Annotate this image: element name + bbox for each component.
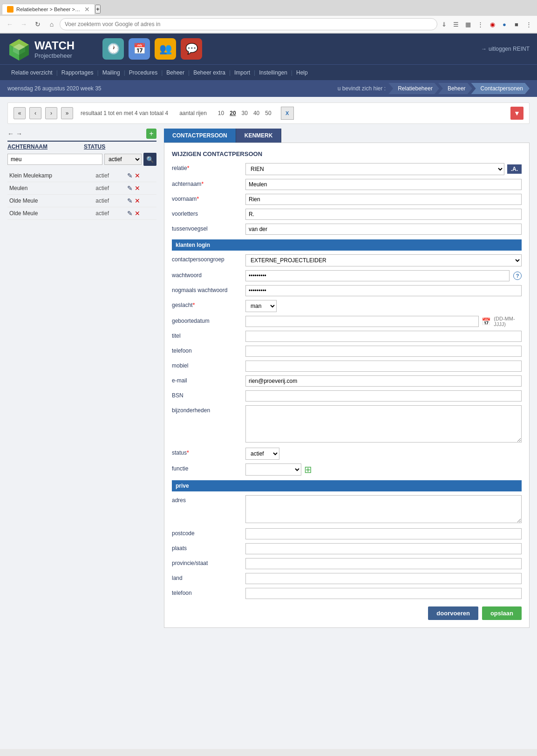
first-page-button[interactable]: « <box>14 107 26 119</box>
export-excel-button[interactable]: X <box>281 107 294 120</box>
mobiel-input[interactable] <box>245 361 522 372</box>
search-input[interactable] <box>7 154 102 165</box>
col-achternaam-header[interactable]: ACHTERNAAM <box>7 143 73 150</box>
contactpersoongroep-select[interactable]: EXTERNE_PROJECTLEIDER <box>245 254 522 266</box>
grid-icon[interactable]: ⋮ <box>476 20 485 29</box>
rows-20[interactable]: 20 <box>228 109 238 117</box>
delete-icon[interactable]: ✕ <box>135 184 140 192</box>
bookmarks-icon[interactable]: ☰ <box>451 20 461 29</box>
address-bar[interactable] <box>60 18 437 30</box>
status-filter-select[interactable]: actief inactief <box>104 154 142 165</box>
nav-import[interactable]: Import <box>231 69 254 76</box>
filter-button[interactable]: ▼ <box>510 107 523 120</box>
titel-input[interactable] <box>245 331 522 342</box>
tussenvoegsel-input[interactable] <box>245 224 522 235</box>
profile-icon[interactable]: ● <box>500 20 509 29</box>
col-status-header[interactable]: STATUS <box>84 143 112 150</box>
chat-icon-btn[interactable]: 💬 <box>181 38 202 60</box>
opslaan-button[interactable]: opslaan <box>482 606 522 620</box>
rows-50[interactable]: 50 <box>263 109 273 117</box>
reload-button[interactable]: ↻ <box>32 18 44 30</box>
forward-button[interactable]: → <box>18 18 30 30</box>
rows-30[interactable]: 30 <box>240 109 250 117</box>
tab-kenmerk[interactable]: KENMERK <box>236 129 282 143</box>
extension-icon[interactable]: ■ <box>512 20 521 29</box>
clock-icon-btn[interactable]: 🕐 <box>102 38 124 60</box>
logout-area[interactable]: → uitloggen REINT <box>481 46 530 52</box>
rows-40[interactable]: 40 <box>252 109 261 117</box>
nogmaals-input[interactable] <box>245 285 522 296</box>
browser-tab-active[interactable]: Relatiebeheer > Beheer > Con... ✕ <box>2 4 95 14</box>
plaats-input[interactable] <box>245 543 522 554</box>
relatie-label: relatie* <box>172 163 242 171</box>
breadcrumb-relatiebeheer[interactable]: Relatiebeheer <box>388 83 439 94</box>
rows-10[interactable]: 10 <box>216 109 226 117</box>
tab-icon[interactable]: ▦ <box>463 20 473 29</box>
contact-name-cell[interactable]: Olde Meule <box>7 207 94 220</box>
nav-rapportages[interactable]: Rapportages <box>58 69 97 76</box>
download-icon[interactable]: ⇓ <box>439 20 449 29</box>
edit-icon[interactable]: ✎ <box>127 184 133 192</box>
geslacht-select[interactable]: man vrouw <box>245 300 277 312</box>
nav-beheer-extra[interactable]: Beheer extra <box>190 69 229 76</box>
nav-help[interactable]: Help <box>292 69 312 76</box>
status-select[interactable]: actief inactief <box>245 448 279 460</box>
telefoon2-input[interactable] <box>245 588 522 599</box>
nav-procedures[interactable]: Procedures <box>125 69 161 76</box>
wachtwoord-help-icon[interactable]: ? <box>513 272 522 280</box>
prev-page-button[interactable]: ‹ <box>29 107 41 119</box>
wachtwoord-input[interactable] <box>245 270 510 281</box>
edit-icon[interactable]: ✎ <box>127 197 133 204</box>
functie-select[interactable] <box>245 463 301 476</box>
delete-icon[interactable]: ✕ <box>135 210 140 217</box>
nav-relatie-overzicht[interactable]: Relatie overzicht <box>7 69 56 76</box>
menu-icon[interactable]: ⋮ <box>524 20 533 29</box>
shield-icon[interactable]: ◉ <box>488 20 497 29</box>
edit-icon[interactable]: ✎ <box>127 172 133 179</box>
sort-arrows[interactable]: ← → <box>7 130 22 137</box>
contact-name-cell[interactable]: Olde Meule <box>7 195 94 207</box>
land-input[interactable] <box>245 573 522 584</box>
voorletters-input[interactable] <box>245 209 522 220</box>
home-button[interactable]: ⌂ <box>46 18 58 30</box>
edit-icon[interactable]: ✎ <box>127 210 133 217</box>
back-button[interactable]: ← <box>4 18 16 30</box>
add-functie-button[interactable]: ⊞ <box>304 464 312 475</box>
nav-beheer[interactable]: Beheer <box>163 69 188 76</box>
achternaam-input[interactable] <box>245 179 522 190</box>
delete-icon[interactable]: ✕ <box>135 172 140 179</box>
tab-contactpersoon[interactable]: CONTACTPERSOON <box>164 129 236 143</box>
geslacht-label: geslacht* <box>172 300 242 308</box>
breadcrumb-beheer[interactable]: Beheer <box>438 83 472 94</box>
contact-name-cell[interactable]: Klein Meulekamp <box>7 170 94 182</box>
doorvoeren-button[interactable]: doorvoeren <box>428 606 478 620</box>
relatie-select[interactable]: RIEN <box>245 163 504 175</box>
telefoon-input[interactable] <box>245 346 522 357</box>
next-page-button[interactable]: › <box>45 107 57 119</box>
calendar-icon[interactable]: 📅 <box>482 317 491 326</box>
bijzonderheden-textarea[interactable] <box>245 405 522 443</box>
add-contact-button[interactable]: + <box>146 129 156 139</box>
provincie-input[interactable] <box>245 558 522 569</box>
nav-instellingen[interactable]: Instellingen <box>255 69 291 76</box>
people-icon-btn[interactable]: 👥 <box>155 38 176 60</box>
nav-mailing[interactable]: Mailing <box>99 69 124 76</box>
form-row-postcode: postcode <box>172 528 522 539</box>
new-tab-button[interactable]: + <box>95 5 101 14</box>
voornaam-input[interactable] <box>245 194 522 205</box>
last-page-button[interactable]: » <box>61 107 73 119</box>
tab-close-button[interactable]: ✕ <box>84 6 90 13</box>
contact-name-cell[interactable]: Meulen <box>7 182 94 195</box>
breadcrumb-contactpersonen[interactable]: Contactpersonen <box>471 83 530 94</box>
search-button[interactable]: 🔍 <box>143 153 156 166</box>
telefoon2-label: telefoon <box>172 588 242 596</box>
adres-textarea[interactable] <box>245 495 522 523</box>
email-input[interactable] <box>245 375 522 387</box>
geboortedatum-input[interactable] <box>245 316 479 327</box>
calendar-icon-btn[interactable]: 📅 <box>129 38 150 60</box>
adres-control <box>245 495 522 524</box>
postcode-input[interactable] <box>245 528 522 539</box>
bsn-input[interactable] <box>245 390 522 402</box>
relatie-action-button[interactable]: .A. <box>507 164 522 174</box>
delete-icon[interactable]: ✕ <box>135 197 140 204</box>
